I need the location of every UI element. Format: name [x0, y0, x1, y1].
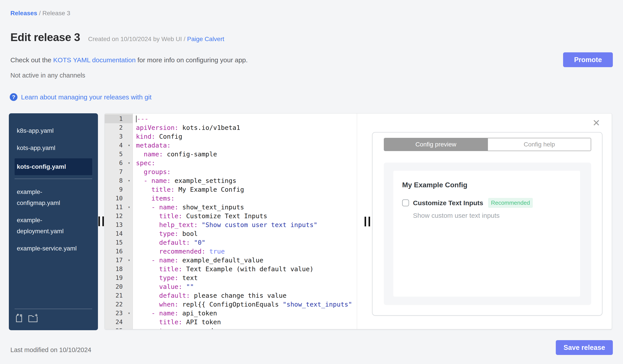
code-line[interactable]: 13 help_text: "Show custom user text inp… — [105, 221, 357, 229]
breadcrumb: Releases / Release 3 — [10, 10, 70, 17]
code-text: name: config-sample — [133, 150, 217, 159]
code-text: value: "" — [133, 282, 194, 291]
author-link[interactable]: Paige Calvert — [187, 36, 224, 42]
last-modified-label: Last modified on 10/10/2024 — [10, 346, 91, 354]
preview-tabs: Config preview Config help — [384, 138, 591, 151]
code-text: title: Text Example (with default value) — [133, 265, 313, 273]
code-line[interactable]: 14 type: bool — [105, 229, 357, 238]
line-number: 21 — [105, 291, 133, 300]
tab-config-help[interactable]: Config help — [488, 138, 591, 151]
add-file-icon[interactable] — [15, 313, 24, 324]
code-text: default: please change this value — [133, 291, 287, 300]
code-text: type: text — [133, 273, 198, 282]
code-text: --- — [133, 114, 148, 123]
code-text: default: "0" — [133, 238, 205, 247]
code-line[interactable]: 17▾ - name: example_default_value — [105, 256, 357, 265]
file-tree-footer-divider — [15, 309, 92, 309]
line-number: 10 — [105, 194, 133, 203]
code-text: - name: api_token — [133, 309, 217, 318]
fold-arrow-icon[interactable]: ▾ — [128, 141, 130, 150]
code-line[interactable]: 5 name: config-sample — [105, 150, 357, 159]
file-tree-sidebar: k8s-app.yamlkots-app.yamlkots-config.yam… — [9, 113, 98, 330]
line-number: 24 — [105, 318, 133, 326]
code-line[interactable]: 9 title: My Example Config — [105, 185, 357, 194]
code-line[interactable]: 23▾ - name: api_token — [105, 309, 357, 318]
preview-resize-handle[interactable] — [365, 217, 370, 226]
channel-status: Not active in any channels — [10, 72, 85, 79]
code-text: - name: example_default_value — [133, 256, 263, 265]
code-text: spec: — [133, 159, 155, 167]
created-meta: Created on 10/10/2024 by Web UI / Paige … — [88, 36, 224, 43]
code-line[interactable]: 21 default: please change this value — [105, 291, 357, 300]
config-area: My Example Config Customize Text Inputs … — [384, 162, 591, 305]
config-group-title: My Example Config — [402, 181, 571, 189]
code-text: items: — [133, 194, 175, 203]
line-number: 4▾ — [105, 141, 133, 150]
code-line[interactable]: 18 title: Text Example (with default val… — [105, 265, 357, 273]
add-folder-icon[interactable] — [28, 313, 38, 324]
line-number: 23▾ — [105, 309, 133, 318]
code-line[interactable]: 12 title: Customize Text Inputs — [105, 212, 357, 221]
file-tree-item[interactable]: example-configmap.yaml — [15, 185, 92, 210]
line-number: 2 — [105, 123, 133, 132]
line-number: 3 — [105, 132, 133, 141]
file-tree-item[interactable]: example-deployment.yaml — [15, 213, 92, 238]
config-item-label: Customize Text Inputs — [413, 199, 483, 207]
line-number: 6▾ — [105, 159, 133, 167]
code-line[interactable]: 24 title: API token — [105, 318, 357, 326]
code-text: - name: show_text_inputs — [133, 203, 244, 212]
code-text: metadata: — [133, 141, 171, 150]
title-row: Edit release 3 Created on 10/10/2024 by … — [10, 31, 224, 44]
file-tree-item[interactable]: kots-app.yaml — [15, 141, 92, 155]
fold-arrow-icon[interactable]: ▾ — [128, 176, 130, 185]
code-line[interactable]: 2apiVersion: kots.io/v1beta1 — [105, 123, 357, 132]
code-text: title: My Example Config — [133, 185, 244, 194]
page-title: Edit release 3 — [10, 31, 80, 44]
code-line[interactable]: 11▾ - name: show_text_inputs — [105, 203, 357, 212]
line-number: 12 — [105, 212, 133, 221]
yaml-editor[interactable]: 1---2apiVersion: kots.io/v1beta13kind: C… — [105, 114, 357, 329]
promote-button[interactable]: Promote — [563, 52, 613, 67]
customize-text-inputs-checkbox[interactable] — [402, 200, 409, 206]
code-text: type: password — [133, 326, 213, 329]
fold-arrow-icon[interactable]: ▾ — [128, 256, 130, 265]
code-line[interactable]: 20 value: "" — [105, 282, 357, 291]
code-line[interactable]: 6▾spec: — [105, 159, 357, 167]
code-text: kind: Config — [133, 132, 182, 141]
line-number: 14 — [105, 229, 133, 238]
git-releases-link[interactable]: Learn about managing your releases with … — [21, 93, 152, 101]
tab-config-preview[interactable]: Config preview — [384, 138, 488, 151]
code-line[interactable]: 19 type: text — [105, 273, 357, 282]
code-line[interactable]: 10 items: — [105, 194, 357, 203]
code-line[interactable]: 4▾metadata: — [105, 141, 357, 150]
code-line[interactable]: 16 recommended: true — [105, 247, 357, 256]
fold-arrow-icon[interactable]: ▾ — [128, 203, 130, 212]
code-line[interactable]: 1--- — [105, 114, 357, 123]
code-text: recommended: true — [133, 247, 225, 256]
kots-yaml-docs-link[interactable]: KOTS YAML documentation — [53, 56, 135, 64]
code-text: apiVersion: kots.io/v1beta1 — [133, 123, 240, 132]
code-text: when: repl{{ ConfigOptionEquals "show_te… — [133, 300, 352, 309]
code-line[interactable]: 22 when: repl{{ ConfigOptionEquals "show… — [105, 300, 357, 309]
fold-arrow-icon[interactable]: ▾ — [128, 309, 130, 318]
code-line[interactable]: 8▾ - name: example_settings — [105, 176, 357, 185]
line-number: 11▾ — [105, 203, 133, 212]
close-preview-icon[interactable]: ✕ — [593, 118, 600, 128]
file-list: k8s-app.yamlkots-app.yamlkots-config.yam… — [15, 124, 92, 259]
question-icon: ? — [10, 93, 18, 101]
save-release-button[interactable]: Save release — [556, 340, 613, 355]
line-number: 18 — [105, 265, 133, 273]
code-rows: 1---2apiVersion: kots.io/v1beta13kind: C… — [105, 114, 357, 329]
file-tree-item[interactable]: k8s-app.yaml — [15, 124, 92, 138]
file-tree-item[interactable]: example-service.yaml — [15, 242, 92, 255]
config-card: My Example Config Customize Text Inputs … — [393, 171, 580, 297]
sidebar-resize-handle[interactable] — [98, 217, 104, 226]
code-line[interactable]: 7 groups: — [105, 167, 357, 176]
code-line[interactable]: 15 default: "0" — [105, 238, 357, 247]
breadcrumb-releases-link[interactable]: Releases — [10, 10, 37, 17]
code-line[interactable]: 25 type: password — [105, 326, 357, 329]
code-line[interactable]: 3kind: Config — [105, 132, 357, 141]
line-number: 25 — [105, 326, 133, 329]
fold-arrow-icon[interactable]: ▾ — [128, 159, 130, 167]
file-tree-item[interactable]: kots-config.yaml — [15, 158, 92, 175]
